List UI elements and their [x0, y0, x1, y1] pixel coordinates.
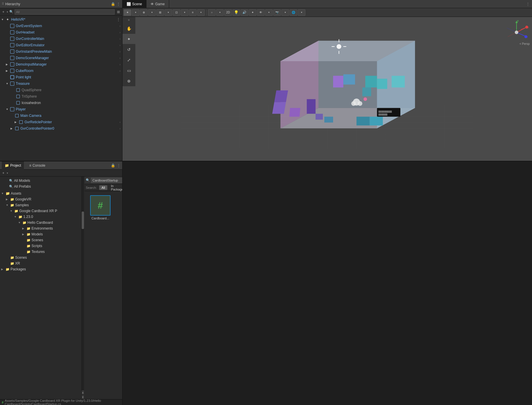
console-icon: ≡ — [29, 163, 31, 168]
scene-tool-custom[interactable]: ⊕ — [123, 76, 135, 86]
scene-tool-scale[interactable]: ⤢ — [123, 55, 135, 65]
project-add-button[interactable]: + — [1, 170, 6, 176]
tool-sphere-dropdown[interactable]: ▾ — [216, 9, 224, 16]
scene-more-icon[interactable]: ⋮ — [526, 2, 532, 6]
tool-hidden-dropdown[interactable]: ▾ — [265, 9, 273, 16]
tool-2d-button[interactable]: 2D — [224, 9, 232, 16]
scene-tool-rotate[interactable]: ↺ — [123, 44, 135, 55]
tool-globe-dropdown[interactable]: ▾ — [298, 9, 305, 16]
project-lock-icon[interactable]: 🔒 — [111, 163, 115, 168]
sidebar-item-packages[interactable]: ▶ 📁 Packages — [0, 266, 81, 272]
tool-pivot-dropdown[interactable]: ▾ — [148, 9, 156, 16]
tool-transform-button[interactable]: ✦ — [124, 9, 131, 16]
hierarchy-panel: ⠿ Hierarchy 🔒 ⋮ + ▾ 🔍 ⊞ ▼ ✦ HelloVR* ⋮ — [0, 0, 123, 161]
sidebar-item-assets[interactable]: ▼ 📁 Assets — [0, 191, 81, 196]
sidebar-item-allmodels[interactable]: 🔍 All Models — [0, 178, 81, 184]
options-icon[interactable]: ⋮ — [116, 17, 122, 22]
tree-item-gvrcontrollermain[interactable]: GvrControllerMain › — [0, 36, 122, 42]
tree-item-gvrheadset[interactable]: GvrHeadset › — [0, 29, 122, 36]
tool-snap-dropdown[interactable]: ▾ — [181, 9, 188, 16]
search-input[interactable] — [91, 178, 122, 183]
tree-item-maincamera[interactable]: Main Camera — [0, 112, 122, 119]
search-small-icon: 🔍 — [9, 185, 13, 189]
item-label: DemoInputManager — [16, 62, 47, 66]
sidebar-item-scenes[interactable]: 📁 Scenes — [0, 237, 81, 243]
tool-globe-button[interactable]: 🌐 — [290, 9, 297, 16]
tree-item-pointlight[interactable]: Point light — [0, 74, 122, 80]
sidebar-item-scripts[interactable]: 📁 Scripts — [0, 243, 81, 249]
tool-dropdown-button[interactable]: ▾ — [132, 9, 139, 16]
tool-render-dropdown[interactable]: ▾ — [197, 9, 205, 16]
tree-item-hellovr[interactable]: ▼ ✦ HelloVR* ⋮ — [0, 16, 122, 23]
tree-item-player[interactable]: ▼ Player — [0, 106, 122, 112]
tree-item-gvrcontrollerpointer0[interactable]: ▶ GvrControllerPointer0 › — [0, 125, 122, 132]
filter-button[interactable]: ⊞ — [116, 9, 121, 15]
svg-point-58 — [515, 31, 518, 34]
tool-sphere-button[interactable]: ○ — [208, 9, 216, 16]
filter-packages[interactable]: In Packages — [108, 184, 122, 192]
svg-rect-33 — [316, 114, 323, 119]
add-button[interactable]: + — [1, 9, 6, 15]
tool-audio-button[interactable]: 🔊 — [241, 9, 248, 16]
component-icon — [10, 30, 15, 35]
scene-viewport[interactable]: ≡ ✋ ✦ ↺ ⤢ ▭ ⊕ — [123, 17, 532, 161]
tree-item-gvreditoremulator[interactable]: GvrEditorEmulator › — [0, 42, 122, 48]
sidebar-item-1230[interactable]: ▼ 📁 1.23.0 — [0, 214, 81, 220]
tab-console[interactable]: ≡ Console — [26, 161, 48, 170]
item-label: GvrEditorEmulator — [16, 43, 45, 47]
sidebar-item-scenes2[interactable]: 📁 Scenes — [0, 255, 81, 260]
tree-item-gvrinstantpreview[interactable]: GvrInstantPreviewMain › — [0, 48, 122, 55]
tool-camera-button[interactable]: 📷 — [273, 9, 281, 16]
sidebar-item-models[interactable]: ▶ 📁 Models — [0, 231, 81, 237]
project-dropdown-icon[interactable]: ▾ — [7, 172, 8, 175]
tool-light-button[interactable]: 💡 — [232, 9, 240, 16]
tree-item-gvreventsystem[interactable]: GvrEventSystem › — [0, 23, 122, 29]
tree-item-trisphere[interactable]: TriSphere — [0, 93, 122, 100]
sidebar-item-allprefabs[interactable]: 🔍 All Prefabs — [0, 184, 81, 189]
arrow-icon: ▼ — [6, 204, 9, 207]
sidebar-item-xr[interactable]: 📁 XR — [0, 260, 81, 266]
scene-tool-hamburger[interactable]: ≡ — [123, 17, 135, 23]
tool-camera-dropdown[interactable]: ▾ — [281, 9, 289, 16]
hierarchy-search-input[interactable] — [15, 9, 115, 15]
tool-snap-button[interactable]: ⊡ — [173, 9, 180, 16]
tab-scene[interactable]: ⬜ Scene — [123, 0, 146, 8]
tree-item-quadsphere[interactable]: QuadSphere — [0, 87, 122, 93]
tree-item-cuberoom[interactable]: ▶ CubeRoom › — [0, 68, 122, 74]
project-header: 📁 Project ≡ Console 🔒 ⋮ — [0, 161, 122, 170]
hierarchy-more-icon[interactable]: ⋮ — [116, 2, 120, 6]
project-more-icon[interactable]: ⋮ — [117, 163, 120, 168]
tree-item-demoinputmanager[interactable]: ▶ DemoInputManager › — [0, 61, 122, 68]
tree-item-icosahedron[interactable]: Icosahedron — [0, 100, 122, 106]
hierarchy-header: ⠿ Hierarchy 🔒 ⋮ — [0, 0, 122, 8]
hierarchy-lock-icon[interactable]: 🔒 — [111, 2, 115, 6]
tree-item-treasure[interactable]: ▼ Treasure — [0, 80, 122, 87]
svg-point-41 — [351, 101, 356, 106]
filter-all[interactable]: All — [99, 185, 107, 190]
tool-hidden-button[interactable]: 👁 — [257, 9, 265, 16]
sidebar-item-hellocardboard[interactable]: ▼ 📁 Hello Cardboard — [0, 220, 81, 226]
tree-item-demoscenemanager[interactable]: DemoSceneManager › — [0, 55, 122, 61]
folder-icon: 📁 — [10, 198, 14, 201]
scene-tool-move[interactable]: ✦ — [123, 34, 135, 44]
sidebar-item-environments[interactable]: ▶ 📁 Environments — [0, 226, 81, 231]
tool-render-button[interactable]: ≡ — [189, 9, 197, 16]
dropdown-icon[interactable]: ▾ — [7, 10, 8, 13]
scene-tool-rect[interactable]: ▭ — [123, 65, 135, 76]
tab-project[interactable]: 📁 Project — [2, 161, 24, 170]
svg-rect-34 — [324, 117, 333, 122]
sidebar-item-textures[interactable]: 📁 Textures — [0, 249, 81, 255]
tool-grid-button[interactable]: ⊞ — [156, 9, 164, 16]
scene-tool-hand[interactable]: ✋ — [123, 23, 135, 34]
tool-fx-button[interactable]: ✦ — [249, 9, 256, 16]
sidebar-item-googlevr[interactable]: ▶ 📁 GoogleVR — [0, 196, 81, 202]
asset-item-cardboardstartup[interactable]: # Cardboard... — [89, 195, 112, 220]
tool-pivot-button[interactable]: ⊕ — [140, 9, 148, 16]
tab-game[interactable]: 👁 Game — [146, 0, 169, 8]
tree-item-gvrreticlepointer[interactable]: ▶ GvrReticlePointer › — [0, 119, 122, 125]
sidebar-item-samples[interactable]: ▼ 📁 Samples — [0, 202, 81, 208]
tool-grid-dropdown[interactable]: ▾ — [164, 9, 172, 16]
sidebar-item-googlecardboard[interactable]: ▼ 📁 Google Cardboard XR P — [0, 208, 81, 214]
item-label: Player — [16, 107, 26, 111]
chevron-right-icon: › — [120, 24, 120, 28]
